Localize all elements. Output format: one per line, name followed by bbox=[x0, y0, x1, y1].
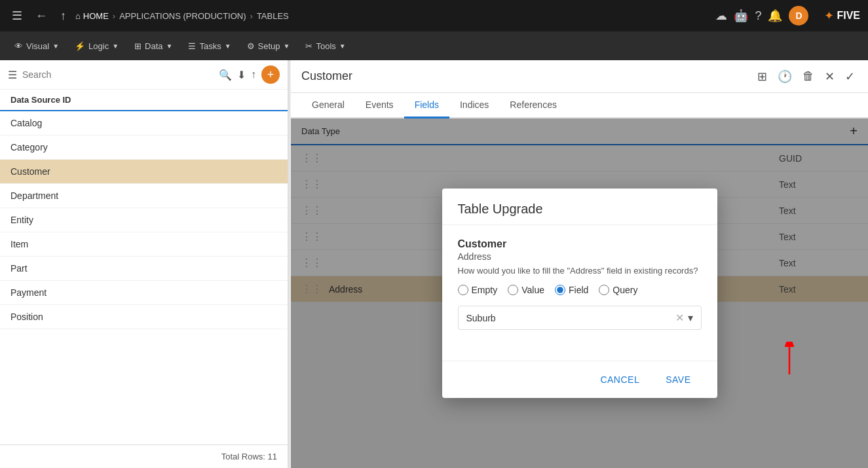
radio-field-input[interactable] bbox=[555, 285, 565, 295]
tools-menu[interactable]: ✂ Tools ▼ bbox=[299, 37, 352, 55]
visual-arrow: ▼ bbox=[52, 43, 59, 50]
tab-general[interactable]: General bbox=[301, 93, 355, 118]
radio-empty-label[interactable]: Empty bbox=[472, 285, 498, 295]
top-navigation: ☰ ← ↑ ⌂ HOME › APPLICATIONS (PRODUCTION)… bbox=[0, 0, 868, 31]
delete-icon[interactable]: 🗑 bbox=[800, 67, 817, 86]
sidebar-menu-icon[interactable]: ☰ bbox=[8, 69, 17, 81]
sidebar-item-payment[interactable]: Payment bbox=[0, 281, 288, 305]
tools-label: Tools bbox=[316, 41, 335, 51]
radio-empty[interactable]: Empty bbox=[458, 285, 498, 295]
cloud-icon[interactable]: ☁ bbox=[715, 9, 727, 23]
panel-header: Customer ⊞ 🕐 🗑 ✕ ✓ bbox=[291, 60, 868, 93]
sidebar-item-catalog[interactable]: Catalog bbox=[0, 111, 288, 135]
sidebar: ☰ 🔍 ⬇ ↑ + Data Source ID Catalog Categor… bbox=[0, 60, 288, 468]
share-icon[interactable]: ↑ bbox=[251, 69, 256, 81]
modal-address-sub: Address bbox=[458, 251, 702, 262]
tab-indices[interactable]: Indices bbox=[449, 93, 499, 118]
tab-references[interactable]: References bbox=[499, 93, 567, 118]
bell-icon[interactable]: 🔔 bbox=[768, 9, 782, 23]
sidebar-item-category[interactable]: Category bbox=[0, 135, 288, 160]
select-value-text: Suburb bbox=[466, 313, 675, 323]
radio-group: Empty Value Field bbox=[458, 285, 702, 295]
radio-value-label[interactable]: Value bbox=[521, 285, 544, 295]
add-button[interactable]: + bbox=[261, 65, 280, 84]
panel-tabs: General Events Fields Indices References bbox=[291, 93, 868, 118]
save-button[interactable]: SAVE bbox=[655, 369, 701, 390]
breadcrumb-sep-2: › bbox=[250, 11, 253, 21]
logic-arrow: ▼ bbox=[112, 43, 119, 50]
logo-text: FIVE bbox=[837, 10, 860, 22]
panel-content: Data Type + ⋮⋮ GUID ⋮⋮ Text ⋮⋮ Text bbox=[291, 118, 868, 468]
menu-icon[interactable]: ☰ bbox=[8, 6, 26, 26]
sidebar-item-item[interactable]: Item bbox=[0, 232, 288, 257]
tasks-arrow: ▼ bbox=[225, 43, 231, 50]
back-icon[interactable]: ← bbox=[31, 7, 51, 26]
tasks-icon: ☰ bbox=[188, 41, 196, 51]
radio-query-input[interactable] bbox=[599, 285, 609, 295]
modal-customer-title: Customer bbox=[458, 238, 702, 250]
search-input[interactable] bbox=[22, 69, 214, 80]
clear-select-button[interactable]: ✕ bbox=[675, 312, 684, 324]
data-icon: ⊞ bbox=[134, 41, 142, 51]
tab-events[interactable]: Events bbox=[355, 93, 404, 118]
sidebar-column-header: Data Source ID bbox=[0, 90, 288, 111]
right-panel: Customer ⊞ 🕐 🗑 ✕ ✓ General Events Fields… bbox=[291, 60, 868, 468]
confirm-icon[interactable]: ✓ bbox=[842, 67, 858, 86]
grid-view-icon[interactable]: ⊞ bbox=[755, 67, 770, 86]
table-upgrade-modal: Table Upgrade Customer Address How would… bbox=[442, 189, 717, 398]
home-label[interactable]: HOME bbox=[83, 11, 109, 21]
tab-fields[interactable]: Fields bbox=[404, 93, 449, 118]
radio-value-input[interactable] bbox=[508, 285, 518, 295]
breadcrumb-sep-1: › bbox=[113, 11, 115, 21]
robot-icon[interactable]: 🤖 bbox=[734, 9, 748, 23]
search-icon[interactable]: 🔍 bbox=[219, 69, 232, 81]
logic-menu[interactable]: ⚡ Logic ▼ bbox=[68, 37, 125, 55]
up-icon[interactable]: ↑ bbox=[56, 7, 70, 26]
breadcrumb-tables[interactable]: TABLES bbox=[257, 11, 289, 21]
logo-star-icon: ✦ bbox=[824, 9, 834, 23]
visual-label: Visual bbox=[26, 41, 49, 51]
cancel-button[interactable]: CANCEL bbox=[590, 369, 650, 390]
radio-field-label[interactable]: Field bbox=[569, 285, 588, 295]
modal-header: Table Upgrade bbox=[442, 189, 717, 225]
download-icon[interactable]: ⬇ bbox=[237, 69, 246, 81]
radio-field[interactable]: Field bbox=[555, 285, 588, 295]
radio-value[interactable]: Value bbox=[508, 285, 544, 295]
radio-query[interactable]: Query bbox=[599, 285, 637, 295]
home-icon: ⌂ bbox=[75, 11, 81, 21]
modal-footer: CANCEL SAVE bbox=[442, 361, 717, 398]
avatar[interactable]: D bbox=[789, 6, 808, 26]
logic-icon: ⚡ bbox=[75, 41, 85, 51]
sidebar-item-customer[interactable]: Customer bbox=[0, 160, 288, 184]
sidebar-item-department[interactable]: Department bbox=[0, 184, 288, 208]
sidebar-item-position[interactable]: Position bbox=[0, 305, 288, 329]
home-link[interactable]: ⌂ HOME bbox=[75, 11, 109, 21]
radio-empty-input[interactable] bbox=[458, 285, 468, 295]
breadcrumb-app[interactable]: APPLICATIONS (PRODUCTION) bbox=[119, 11, 246, 21]
close-icon[interactable]: ✕ bbox=[822, 67, 837, 86]
modal-overlay: Table Upgrade Customer Address How would… bbox=[291, 118, 868, 468]
setup-menu[interactable]: ⚙ Setup ▼ bbox=[240, 37, 297, 55]
data-menu[interactable]: ⊞ Data ▼ bbox=[128, 37, 179, 55]
secondary-toolbar: 👁 Visual ▼ ⚡ Logic ▼ ⊞ Data ▼ ☰ Tasks ▼ … bbox=[0, 31, 868, 60]
five-logo: ✦ FIVE bbox=[824, 9, 860, 23]
tools-icon: ✂ bbox=[305, 41, 312, 51]
help-icon[interactable]: ? bbox=[755, 9, 761, 23]
tasks-label: Tasks bbox=[199, 41, 221, 51]
breadcrumb: ⌂ HOME › APPLICATIONS (PRODUCTION) › TAB… bbox=[75, 11, 289, 21]
sidebar-item-part[interactable]: Part bbox=[0, 257, 288, 281]
history-icon[interactable]: 🕐 bbox=[775, 67, 795, 86]
dropdown-arrow-icon[interactable]: ▾ bbox=[688, 312, 693, 324]
field-select[interactable]: Suburb ✕ ▾ bbox=[458, 306, 702, 330]
panel-title: Customer bbox=[301, 69, 744, 83]
setup-label: Setup bbox=[258, 41, 280, 51]
sidebar-footer: Total Rows: 11 bbox=[0, 444, 288, 468]
sidebar-item-entity[interactable]: Entity bbox=[0, 208, 288, 232]
radio-query-label[interactable]: Query bbox=[613, 285, 637, 295]
sidebar-search-bar: ☰ 🔍 ⬇ ↑ + bbox=[0, 60, 288, 90]
sidebar-list: Catalog Category Customer Department Ent… bbox=[0, 111, 288, 444]
tasks-menu[interactable]: ☰ Tasks ▼ bbox=[181, 37, 237, 55]
modal-body: Customer Address How would you like to f… bbox=[442, 225, 717, 361]
panel-actions: ⊞ 🕐 🗑 ✕ ✓ bbox=[755, 67, 858, 86]
visual-menu[interactable]: 👁 Visual ▼ bbox=[8, 37, 66, 55]
